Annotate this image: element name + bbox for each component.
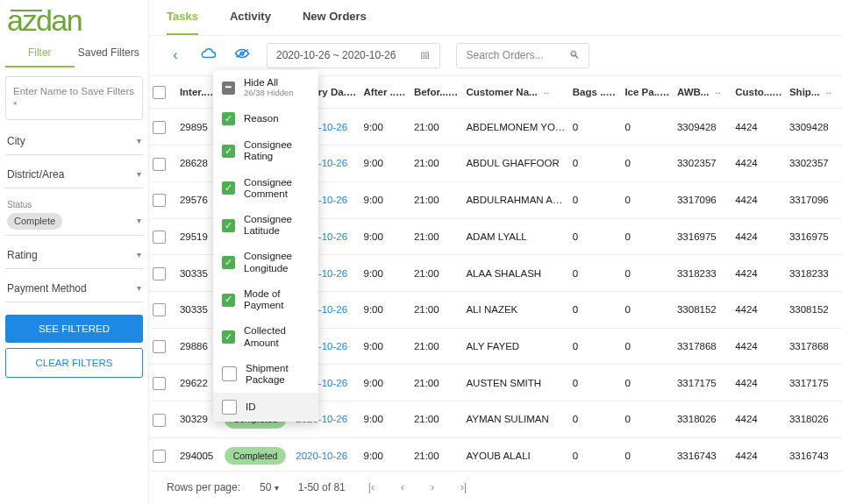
last-page-button[interactable]: ›| <box>457 480 470 495</box>
chevron-down-icon: ▾ <box>137 282 141 295</box>
sort-icon: ↔ <box>714 88 723 97</box>
checkbox-icon[interactable]: ✓ <box>222 219 235 232</box>
column-toggle-label: Mode of Payment <box>244 288 310 311</box>
sort-icon: ↔ <box>453 88 461 97</box>
column-toggle-label: Collected Amount <box>244 325 310 348</box>
row-checkbox[interactable] <box>153 121 166 134</box>
checkbox-icon[interactable]: ✓ <box>222 330 235 344</box>
row-checkbox[interactable] <box>153 450 166 463</box>
column-toggle-option[interactable]: ✓Collected Amount <box>213 318 318 355</box>
brand-logo: azdan <box>7 4 143 39</box>
column-visibility-menu[interactable]: ━Hide All26/38 Hidden✓Reason✓Consignee R… <box>213 70 318 422</box>
column-toggle-option[interactable]: ✓Reason <box>213 105 318 132</box>
filter-rating[interactable]: Rating▾ <box>5 243 143 269</box>
column-header[interactable]: AWB... ↔ <box>674 76 731 109</box>
checkbox-icon[interactable]: ✓ <box>222 294 235 307</box>
column-toggle-label: Consignee Longitude <box>244 251 310 273</box>
sidebar: azdan Filter Saved Filters Enter Name to… <box>0 0 149 504</box>
column-header[interactable] <box>149 76 176 109</box>
tab-new-orders[interactable]: New Orders <box>303 9 367 35</box>
checkbox-icon[interactable]: ✓ <box>222 112 235 125</box>
table-row[interactable]: 294005Completed2020-10-269:0021:00AYOUB … <box>149 437 842 471</box>
row-checkbox[interactable] <box>153 194 166 207</box>
select-all-checkbox[interactable] <box>153 86 166 99</box>
column-header[interactable]: Befor... ↔ <box>410 76 463 109</box>
prev-page-button[interactable]: ‹ <box>397 480 408 495</box>
column-header[interactable]: Ice Pa... ↔ <box>621 76 674 109</box>
column-toggle-option[interactable]: Shipment Package <box>213 356 318 393</box>
column-toggle-label: Shipment Package <box>246 363 310 386</box>
page-range: 1-50 of 81 <box>298 480 346 495</box>
hide-all-option[interactable]: ━Hide All26/38 Hidden <box>213 70 318 105</box>
chevron-down-icon: ▾ <box>137 249 141 261</box>
visibility-off-icon[interactable] <box>233 46 251 65</box>
clear-filters-button[interactable]: CLEAR FILTERS <box>5 348 143 378</box>
sort-icon: ↔ <box>613 88 621 97</box>
tab-tasks[interactable]: Tasks <box>167 9 198 35</box>
calendar-icon: 📅︎ <box>420 48 431 63</box>
search-input[interactable]: Search Orders... 🔍︎ <box>456 43 589 68</box>
column-header[interactable]: After ... ↔ <box>360 76 410 109</box>
column-toggle-option[interactable]: ID <box>213 393 318 422</box>
indeterminate-checkbox[interactable]: ━ <box>222 82 235 95</box>
save-filter-name-input[interactable]: Enter Name to Save Filters * <box>5 76 143 120</box>
filter-city[interactable]: City▾ <box>5 129 143 155</box>
sort-icon: ↔ <box>356 88 360 97</box>
sort-icon: ↔ <box>542 88 551 97</box>
sort-icon: ↔ <box>667 88 674 97</box>
chevron-down-icon: ▾ <box>275 483 279 493</box>
row-checkbox[interactable] <box>153 267 166 280</box>
rows-per-page-select[interactable]: 50 ▾ <box>260 480 279 495</box>
date-range-picker[interactable]: 2020-10-26 ~ 2020-10-26 📅︎ <box>267 43 440 68</box>
rows-per-page-label: Rows per page: <box>167 480 240 495</box>
cloud-icon[interactable] <box>200 46 218 65</box>
hide-all-label: Hide All26/38 Hidden <box>244 77 294 98</box>
column-toggle-label: Reason <box>244 113 279 124</box>
column-header[interactable]: Custo... ↔ <box>731 76 786 109</box>
column-toggle-option[interactable]: ✓Consignee Latitude <box>213 207 318 244</box>
column-toggle-label: Consignee Latitude <box>244 214 310 237</box>
row-checkbox[interactable] <box>153 377 166 390</box>
sort-icon: ↔ <box>824 88 833 97</box>
column-toggle-label: Consignee Comment <box>244 177 310 200</box>
column-toggle-option[interactable]: ✓Consignee Comment <box>213 170 318 207</box>
row-checkbox[interactable] <box>153 414 166 427</box>
status-chip[interactable]: Complete <box>7 213 62 230</box>
sort-icon: ↔ <box>403 88 410 97</box>
search-icon: 🔍︎ <box>569 48 580 63</box>
row-checkbox[interactable] <box>153 303 166 316</box>
row-checkbox[interactable] <box>153 158 166 171</box>
column-toggle-label: ID <box>246 401 256 413</box>
chevron-down-icon: ▾ <box>137 215 141 227</box>
column-header[interactable]: Customer Na... ↔ <box>462 76 568 109</box>
sidebar-tab-filter[interactable]: Filter <box>5 40 75 67</box>
column-toggle-option[interactable]: ✓Mode of Payment <box>213 281 318 318</box>
column-toggle-option[interactable]: ✓Consignee Rating <box>213 132 318 169</box>
column-header[interactable]: Bags ... ↔ <box>569 76 622 109</box>
status-badge: Completed <box>225 447 287 465</box>
checkbox-icon[interactable] <box>222 400 237 415</box>
chevron-down-icon: ▾ <box>137 168 141 181</box>
sidebar-tab-saved[interactable]: Saved Filters <box>75 40 144 67</box>
filter-payment[interactable]: Payment Method▾ <box>5 276 143 302</box>
row-checkbox[interactable] <box>153 231 166 244</box>
logo-overline <box>11 10 42 11</box>
chevron-down-icon: ▾ <box>137 135 141 147</box>
see-filtered-button[interactable]: SEE FILTERED <box>5 315 143 343</box>
checkbox-icon[interactable]: ✓ <box>222 145 235 158</box>
first-page-button[interactable]: |‹ <box>365 480 378 495</box>
checkbox-icon[interactable]: ✓ <box>222 181 235 195</box>
column-toggle-option[interactable]: ✓Consignee Longitude <box>213 244 318 280</box>
filter-status[interactable]: Complete ▾ <box>5 208 143 236</box>
tab-activity[interactable]: Activity <box>230 9 271 35</box>
filter-district[interactable]: District/Area▾ <box>5 162 143 188</box>
checkbox-icon[interactable] <box>222 366 237 381</box>
back-icon[interactable]: ‹ <box>167 46 184 65</box>
column-header[interactable]: Ship... ↔ <box>786 76 842 109</box>
sort-icon: ↔ <box>777 88 786 97</box>
row-checkbox[interactable] <box>153 340 166 353</box>
next-page-button[interactable]: › <box>427 480 438 495</box>
pagination: Rows per page: 50 ▾ 1-50 of 81 |‹ ‹ › ›| <box>149 471 842 504</box>
checkbox-icon[interactable]: ✓ <box>222 256 235 269</box>
sidebar-tabs: Filter Saved Filters <box>5 40 143 67</box>
